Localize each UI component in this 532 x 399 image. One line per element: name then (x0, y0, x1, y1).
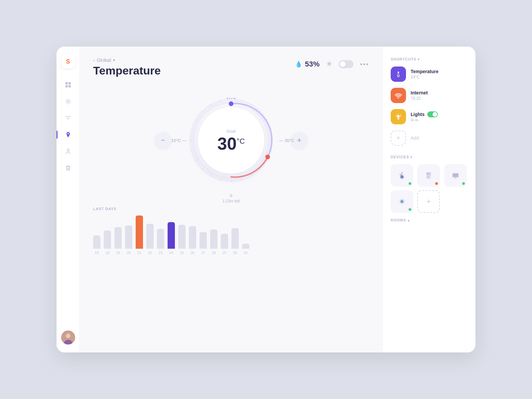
bar-group: 19 (114, 227, 122, 255)
temperature-icon (391, 66, 406, 82)
svg-point-54 (401, 201, 403, 202)
more-menu-button[interactable]: ••• (360, 61, 369, 68)
shortcut-temperature[interactable]: Temperature 24°C (391, 66, 467, 82)
sidebar-item-settings[interactable] (61, 94, 75, 108)
bar (210, 229, 217, 249)
bar (221, 234, 228, 249)
sidebar-logo[interactable]: S (61, 55, 75, 68)
svg-rect-48 (427, 173, 428, 174)
bar (136, 215, 143, 249)
bar-date: 18 (105, 251, 109, 255)
add-shortcut-icon: + (391, 130, 406, 146)
svg-rect-51 (453, 174, 458, 177)
shortcut-lights[interactable]: Lights 9• 4• (391, 109, 467, 124)
temperature-info: Temperature 24°C (411, 69, 467, 79)
sidebar-item-filter[interactable] (61, 111, 75, 125)
chart-bars: 191819202122232425262728293031 (93, 216, 369, 256)
device-monitor[interactable] (444, 164, 467, 187)
bar-date: 22 (148, 251, 152, 255)
internet-icon (391, 88, 406, 103)
header-left: ‹ Global ▾ Temperature (93, 57, 161, 77)
bar-group: 22 (146, 224, 154, 255)
bar-date: 23 (159, 251, 163, 255)
thermostat-section: − 20°C (93, 87, 369, 194)
sidebar-item-grid[interactable] (61, 78, 75, 92)
bar-date: 24 (169, 251, 173, 255)
bar-date: 19 (116, 251, 120, 255)
bar (157, 229, 164, 249)
bar-date: 27 (201, 251, 205, 255)
svg-rect-39 (398, 73, 399, 75)
bar (146, 224, 154, 249)
temp-unit: °C (237, 137, 245, 145)
lights-info: Lights 9• 4• (411, 111, 467, 122)
add-shortcut-label: Add (411, 135, 419, 141)
breadcrumb-chevron: ▾ (113, 58, 115, 63)
header-right: 💧 53% ✳ ••• (295, 60, 369, 68)
temperature-value: 24°C (411, 75, 467, 79)
chart-label: LAST DAYS (93, 207, 369, 211)
svg-point-35 (229, 101, 233, 106)
bar-group: 21 (136, 215, 143, 255)
humidity-info: 💧 53% (295, 60, 320, 68)
time-left: ⏸ 1:23m left (222, 193, 240, 203)
device-add[interactable]: + (417, 190, 440, 213)
internet-value: 78,22 (411, 96, 467, 101)
svg-rect-0 (66, 82, 68, 84)
chart-section: LAST DAYS 191819202122232425262728293031 (93, 207, 369, 256)
lights-toggle[interactable] (427, 111, 438, 117)
sidebar-nav (61, 78, 75, 331)
dial-container[interactable]: 20°C (185, 94, 278, 187)
back-arrow[interactable]: ‹ (93, 58, 95, 63)
lights-value: 9• 4• (411, 118, 467, 122)
pause-icon: ⏸ (229, 193, 233, 198)
humidity-icon: 💧 (295, 61, 302, 68)
sidebar: S (57, 47, 80, 352)
app-container: S (57, 47, 475, 352)
svg-point-6 (67, 149, 69, 151)
device-vacuum[interactable] (391, 164, 413, 187)
bar-date: 29 (222, 251, 226, 255)
rooms-arrow: ▴ (408, 218, 410, 222)
sidebar-item-location[interactable] (61, 128, 75, 142)
temp-label-left: 10°C — (171, 138, 187, 143)
svg-rect-49 (427, 176, 428, 177)
avatar[interactable] (61, 331, 75, 344)
bar-date: 26 (191, 251, 195, 255)
svg-point-42 (397, 115, 400, 118)
header: ‹ Global ▾ Temperature 💧 53% ✳ ••• (93, 57, 369, 77)
svg-point-41 (398, 98, 399, 99)
add-shortcut-button[interactable]: + Add (391, 130, 467, 146)
sidebar-item-trash[interactable] (61, 161, 75, 175)
main-toggle[interactable] (339, 60, 353, 68)
bar-group: 28 (210, 229, 217, 255)
lights-name: Lights (411, 111, 467, 117)
sidebar-item-person[interactable] (61, 144, 75, 158)
bar-date: 31 (244, 251, 248, 255)
temp-label-right: — 30°C (279, 138, 294, 143)
fan-icon[interactable]: ✳ (326, 60, 332, 68)
device-fridge[interactable] (417, 164, 440, 187)
lights-icon (391, 109, 406, 124)
humidity-value: 53% (305, 60, 320, 68)
svg-rect-2 (66, 85, 68, 87)
shortcut-internet[interactable]: Internet 78,22 (391, 88, 467, 103)
bar-date: 28 (212, 251, 216, 255)
devices-section-title: DEVICES ▾ (391, 155, 467, 159)
svg-point-40 (398, 75, 399, 76)
device-camera[interactable] (391, 190, 413, 213)
svg-point-55 (403, 200, 403, 201)
devices-arrow: ▾ (410, 155, 412, 159)
svg-point-5 (67, 133, 69, 134)
bar (104, 230, 111, 249)
shortcuts-arrow: ▾ (418, 58, 420, 61)
vacuum-status-dot (409, 182, 411, 185)
bar-date: 30 (233, 251, 237, 255)
bar (242, 244, 249, 249)
goal-label: Goal (226, 129, 235, 134)
decrease-button[interactable]: − (155, 132, 171, 149)
bar-group: 19 (93, 235, 100, 255)
fridge-status-dot (435, 182, 438, 185)
bar-group: 31 (242, 244, 249, 255)
bar-group: 18 (104, 230, 111, 255)
